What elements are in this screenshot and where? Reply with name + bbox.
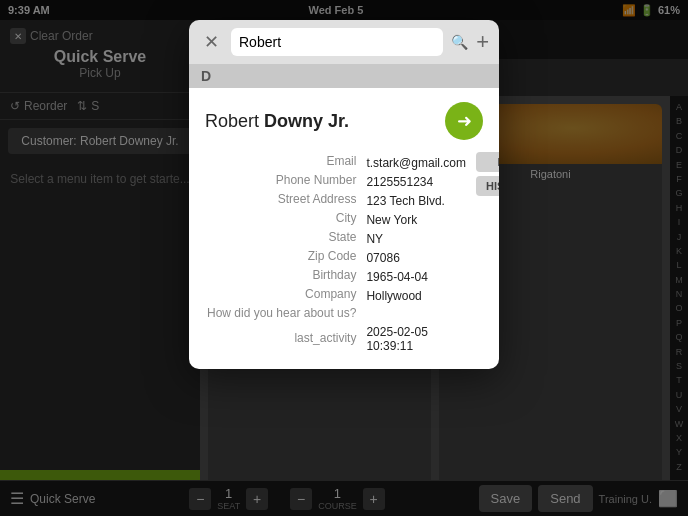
address-field-label: Street Address bbox=[207, 192, 364, 209]
customer-card: Robert Downy Jr. ➜ Email t.stark@gmail.c… bbox=[189, 88, 499, 369]
customer-info-section: Email t.stark@gmail.com Phone Number 212… bbox=[205, 152, 483, 355]
customer-search-modal: ✕ 🔍 + D Robert Downy Jr. ➜ Email bbox=[189, 20, 499, 369]
company-field-label: Company bbox=[207, 287, 364, 304]
company-field-value: Hollywood bbox=[366, 287, 466, 304]
email-field-label: Email bbox=[207, 154, 364, 171]
search-icon: 🔍 bbox=[451, 34, 468, 50]
table-row: last_activity 2025-02-05 10:39:11 bbox=[207, 325, 466, 353]
customer-first-name: Robert bbox=[205, 111, 264, 131]
phone-field-label: Phone Number bbox=[207, 173, 364, 190]
customer-edit-button[interactable]: EDIT bbox=[476, 152, 499, 172]
table-row: Phone Number 2125551234 bbox=[207, 173, 466, 190]
state-field-label: State bbox=[207, 230, 364, 247]
how-heard-field-value bbox=[366, 306, 466, 323]
city-field-value: New York bbox=[366, 211, 466, 228]
table-row: City New York bbox=[207, 211, 466, 228]
section-divider-d: D bbox=[189, 64, 499, 88]
address-field-value: 123 Tech Blvd. bbox=[366, 192, 466, 209]
state-field-value: NY bbox=[366, 230, 466, 247]
modal-overlay: ✕ 🔍 + D Robert Downy Jr. ➜ Email bbox=[0, 0, 688, 516]
birthday-field-label: Birthday bbox=[207, 268, 364, 285]
customer-full-name: Robert Downy Jr. bbox=[205, 111, 349, 132]
birthday-field-value: 1965-04-04 bbox=[366, 268, 466, 285]
last-activity-field-value: 2025-02-05 10:39:11 bbox=[366, 325, 466, 353]
phone-field-value: 2125551234 bbox=[366, 173, 466, 190]
city-field-label: City bbox=[207, 211, 364, 228]
modal-header: ✕ 🔍 + bbox=[189, 20, 499, 64]
customer-history-button[interactable]: HISTORY bbox=[476, 176, 499, 196]
table-row: Company Hollywood bbox=[207, 287, 466, 304]
zip-field-label: Zip Code bbox=[207, 249, 364, 266]
modal-close-button[interactable]: ✕ bbox=[199, 30, 223, 54]
how-heard-field-label: How did you hear about us? bbox=[207, 306, 364, 323]
customer-action-buttons: EDIT HISTORY bbox=[476, 152, 499, 196]
customer-search-input[interactable] bbox=[231, 28, 443, 56]
table-row: Email t.stark@gmail.com bbox=[207, 154, 466, 171]
modal-add-button[interactable]: + bbox=[476, 29, 489, 55]
customer-last-name: Downy Jr. bbox=[264, 111, 349, 131]
table-row: Street Address 123 Tech Blvd. bbox=[207, 192, 466, 209]
customer-go-button[interactable]: ➜ bbox=[445, 102, 483, 140]
customer-card-header: Robert Downy Jr. ➜ bbox=[205, 102, 483, 140]
table-row: State NY bbox=[207, 230, 466, 247]
table-row: Zip Code 07086 bbox=[207, 249, 466, 266]
customer-info-table: Email t.stark@gmail.com Phone Number 212… bbox=[205, 152, 468, 355]
email-field-value: t.stark@gmail.com bbox=[366, 154, 466, 171]
zip-field-value: 07086 bbox=[366, 249, 466, 266]
table-row: How did you hear about us? bbox=[207, 306, 466, 323]
go-arrow-icon: ➜ bbox=[457, 110, 472, 132]
table-row: Birthday 1965-04-04 bbox=[207, 268, 466, 285]
last-activity-field-label: last_activity bbox=[207, 325, 364, 353]
